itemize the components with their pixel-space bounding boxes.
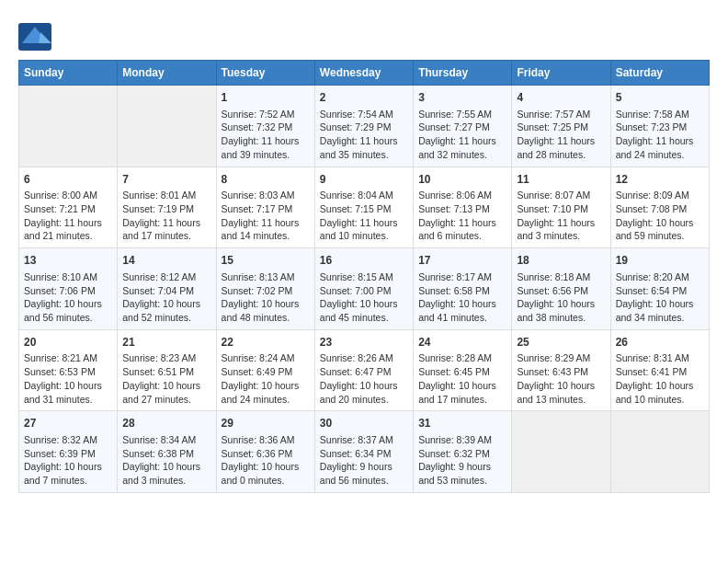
calendar-cell: 24Sunrise: 8:28 AMSunset: 6:45 PMDayligh…: [414, 329, 512, 411]
day-number: 6: [24, 172, 112, 188]
daylight-text: Daylight: 10 hours and 7 minutes.: [24, 461, 102, 486]
day-number: 30: [320, 416, 408, 431]
day-number: 31: [418, 416, 506, 431]
daylight-text: Daylight: 11 hours and 24 minutes.: [616, 135, 694, 160]
day-number: 7: [122, 172, 210, 188]
daylight-text: Daylight: 11 hours and 35 minutes.: [320, 135, 398, 160]
calendar-cell: 30Sunrise: 8:37 AMSunset: 6:34 PMDayligh…: [314, 411, 413, 493]
sunrise-text: Sunrise: 7:55 AM: [418, 109, 492, 120]
sunrise-text: Sunrise: 8:37 AM: [320, 434, 393, 445]
calendar-cell: [118, 86, 216, 167]
daylight-text: Daylight: 10 hours and 56 minutes.: [24, 298, 102, 323]
weekday-header: Thursday: [414, 61, 512, 86]
calendar-cell: 23Sunrise: 8:26 AMSunset: 6:47 PMDayligh…: [314, 329, 413, 411]
day-number: 17: [418, 253, 506, 269]
day-number: 16: [320, 253, 408, 269]
daylight-text: Daylight: 10 hours and 3 minutes.: [122, 461, 200, 486]
weekday-header: Tuesday: [216, 61, 314, 86]
calendar-cell: 18Sunrise: 8:18 AMSunset: 6:56 PMDayligh…: [512, 248, 610, 330]
sunset-text: Sunset: 6:43 PM: [517, 366, 588, 377]
sunrise-text: Sunrise: 8:00 AM: [24, 190, 97, 201]
day-number: 24: [418, 335, 506, 350]
daylight-text: Daylight: 10 hours and 38 minutes.: [517, 298, 595, 323]
sunset-text: Sunset: 6:47 PM: [320, 366, 392, 377]
sunrise-text: Sunrise: 8:04 AM: [320, 190, 393, 201]
sunset-text: Sunset: 7:21 PM: [24, 203, 96, 214]
calendar-cell: 2Sunrise: 7:54 AMSunset: 7:29 PMDaylight…: [314, 86, 413, 167]
sunset-text: Sunset: 7:06 PM: [24, 285, 96, 296]
sunrise-text: Sunrise: 8:20 AM: [616, 271, 689, 282]
sunrise-text: Sunrise: 8:07 AM: [517, 190, 590, 201]
calendar-cell: 26Sunrise: 8:31 AMSunset: 6:41 PMDayligh…: [610, 329, 709, 411]
sunset-text: Sunset: 6:38 PM: [122, 448, 194, 459]
sunset-text: Sunset: 7:08 PM: [616, 203, 688, 214]
day-number: 19: [616, 253, 704, 269]
calendar-cell: 10Sunrise: 8:06 AMSunset: 7:13 PMDayligh…: [414, 167, 512, 248]
sunrise-text: Sunrise: 8:32 AM: [24, 434, 97, 445]
daylight-text: Daylight: 11 hours and 6 minutes.: [418, 217, 496, 242]
daylight-text: Daylight: 9 hours and 56 minutes.: [320, 461, 392, 486]
day-number: 2: [320, 90, 408, 106]
calendar-cell: 15Sunrise: 8:13 AMSunset: 7:02 PMDayligh…: [216, 248, 314, 330]
sunset-text: Sunset: 6:53 PM: [24, 366, 96, 377]
sunset-text: Sunset: 7:00 PM: [320, 285, 392, 296]
sunrise-text: Sunrise: 8:06 AM: [418, 190, 492, 201]
daylight-text: Daylight: 10 hours and 59 minutes.: [616, 217, 694, 242]
day-number: 10: [418, 172, 506, 188]
sunset-text: Sunset: 6:58 PM: [418, 285, 490, 296]
weekday-header: Monday: [118, 61, 216, 86]
daylight-text: Daylight: 10 hours and 48 minutes.: [222, 298, 300, 323]
calendar-week-row: 13Sunrise: 8:10 AMSunset: 7:06 PMDayligh…: [19, 248, 710, 330]
sunset-text: Sunset: 7:13 PM: [418, 203, 490, 214]
sunrise-text: Sunrise: 8:24 AM: [222, 352, 295, 363]
sunset-text: Sunset: 6:41 PM: [616, 366, 688, 377]
daylight-text: Daylight: 10 hours and 45 minutes.: [320, 298, 398, 323]
sunset-text: Sunset: 6:32 PM: [418, 448, 490, 459]
sunrise-text: Sunrise: 8:01 AM: [122, 190, 196, 201]
sunrise-text: Sunrise: 8:29 AM: [517, 352, 590, 363]
sunset-text: Sunset: 7:15 PM: [320, 203, 392, 214]
daylight-text: Daylight: 10 hours and 52 minutes.: [122, 298, 200, 323]
daylight-text: Daylight: 10 hours and 0 minutes.: [222, 461, 300, 486]
sunrise-text: Sunrise: 7:58 AM: [616, 109, 689, 120]
calendar-cell: 3Sunrise: 7:55 AMSunset: 7:27 PMDaylight…: [414, 86, 512, 167]
calendar-cell: 17Sunrise: 8:17 AMSunset: 6:58 PMDayligh…: [414, 248, 512, 330]
day-number: 22: [222, 335, 310, 350]
calendar-cell: 4Sunrise: 7:57 AMSunset: 7:25 PMDaylight…: [512, 86, 610, 167]
sunset-text: Sunset: 7:04 PM: [122, 285, 194, 296]
daylight-text: Daylight: 11 hours and 21 minutes.: [24, 217, 102, 242]
calendar-cell: 1Sunrise: 7:52 AMSunset: 7:32 PMDaylight…: [216, 86, 314, 167]
weekday-header-row: SundayMondayTuesdayWednesdayThursdayFrid…: [19, 61, 710, 86]
calendar-cell: 20Sunrise: 8:21 AMSunset: 6:53 PMDayligh…: [19, 329, 118, 411]
daylight-text: Daylight: 10 hours and 17 minutes.: [418, 380, 496, 405]
calendar-cell: 9Sunrise: 8:04 AMSunset: 7:15 PMDaylight…: [314, 167, 413, 248]
sunrise-text: Sunrise: 8:10 AM: [24, 271, 97, 282]
daylight-text: Daylight: 11 hours and 10 minutes.: [320, 217, 398, 242]
sunset-text: Sunset: 7:10 PM: [517, 203, 588, 214]
sunrise-text: Sunrise: 8:17 AM: [418, 271, 492, 282]
page-header: [18, 18, 710, 51]
calendar-cell: 6Sunrise: 8:00 AMSunset: 7:21 PMDaylight…: [19, 167, 118, 248]
daylight-text: Daylight: 9 hours and 53 minutes.: [418, 461, 491, 486]
daylight-text: Daylight: 10 hours and 13 minutes.: [517, 380, 595, 405]
daylight-text: Daylight: 11 hours and 32 minutes.: [418, 135, 496, 160]
weekday-header: Wednesday: [314, 61, 413, 86]
calendar-cell: 5Sunrise: 7:58 AMSunset: 7:23 PMDaylight…: [610, 86, 709, 167]
day-number: 20: [24, 335, 112, 350]
sunset-text: Sunset: 6:34 PM: [320, 448, 392, 459]
sunrise-text: Sunrise: 8:39 AM: [418, 434, 492, 445]
calendar-week-row: 6Sunrise: 8:00 AMSunset: 7:21 PMDaylight…: [19, 167, 710, 248]
day-number: 23: [320, 335, 408, 350]
sunset-text: Sunset: 7:17 PM: [222, 203, 293, 214]
sunrise-text: Sunrise: 8:15 AM: [320, 271, 393, 282]
sunrise-text: Sunrise: 8:03 AM: [222, 190, 295, 201]
calendar-cell: 25Sunrise: 8:29 AMSunset: 6:43 PMDayligh…: [512, 329, 610, 411]
calendar-cell: 31Sunrise: 8:39 AMSunset: 6:32 PMDayligh…: [414, 411, 512, 493]
sunrise-text: Sunrise: 8:36 AM: [222, 434, 295, 445]
sunset-text: Sunset: 6:36 PM: [222, 448, 293, 459]
day-number: 11: [517, 172, 605, 188]
daylight-text: Daylight: 11 hours and 28 minutes.: [517, 135, 595, 160]
weekday-header: Saturday: [610, 61, 709, 86]
sunset-text: Sunset: 6:51 PM: [122, 366, 194, 377]
sunrise-text: Sunrise: 8:13 AM: [222, 271, 295, 282]
